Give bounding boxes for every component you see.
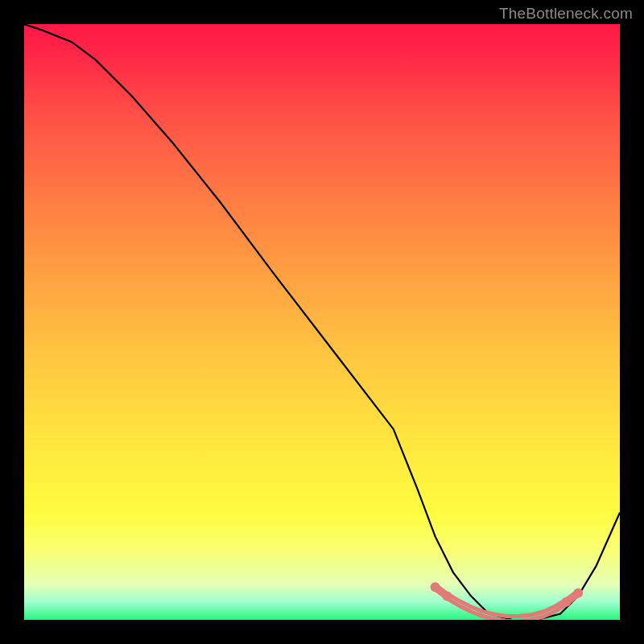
curve-svg [24, 24, 620, 620]
highlight-dot [573, 588, 583, 598]
chart-container: TheBottleneck.com [0, 0, 644, 644]
bottleneck-curve [24, 24, 620, 620]
highlight-dot [442, 591, 452, 601]
watermark-text: TheBottleneck.com [499, 5, 633, 23]
highlight-dot [431, 582, 440, 592]
highlight-dot [561, 597, 571, 607]
plot-area [24, 24, 620, 620]
